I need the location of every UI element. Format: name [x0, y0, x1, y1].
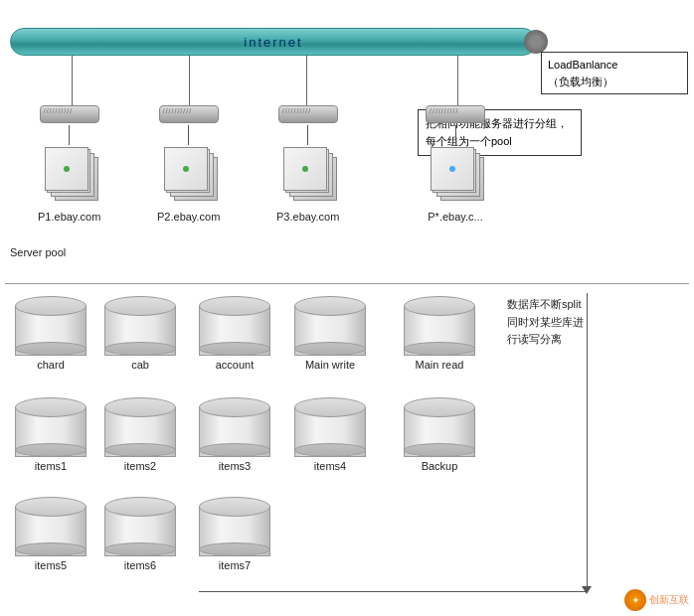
annotation-label: 数据库不断split同时对某些库进行读写分离	[507, 298, 584, 345]
annotation-text: 数据库不断split同时对某些库进行读写分离	[507, 296, 584, 349]
annotation-hline-bottom	[199, 591, 587, 592]
db-cylinder-items4	[294, 397, 366, 457]
server-label-pstar: P*.ebay.c...	[428, 211, 482, 223]
db-top	[404, 296, 475, 316]
server-label-p2: P2.ebay.com	[157, 211, 220, 223]
db-cylinder-mainwrite	[294, 296, 366, 356]
server-unit	[431, 147, 474, 191]
db-bottom-ellipse	[104, 342, 176, 356]
annotation-vline	[587, 293, 588, 591]
loadbalancer-label: LoadBanlance	[548, 59, 617, 71]
db-cylinder-items2	[104, 397, 176, 457]
db-label-mainread: Main read	[416, 359, 464, 371]
db-bottom-ellipse	[15, 443, 87, 457]
vline-pstar	[455, 125, 456, 145]
db-cylinder-items7	[199, 497, 270, 556]
db-bottom-ellipse	[199, 542, 270, 556]
switch-icon-p2	[159, 105, 219, 123]
db-label-items7: items7	[219, 559, 251, 571]
db-label-backup: Backup	[422, 460, 458, 472]
conn-line-pstar	[457, 56, 458, 105]
conn-line-p2	[189, 56, 190, 105]
db-group-items6: items6	[104, 497, 176, 571]
db-top	[104, 397, 176, 417]
internet-bar: internet	[10, 28, 537, 56]
conn-line-p1	[72, 56, 73, 105]
loadbalancer-subtitle: （负载均衡）	[548, 76, 613, 87]
loadbalancer-box: LoadBanlance （负载均衡）	[541, 52, 688, 94]
db-group-cab: cab	[104, 296, 176, 371]
internet-label: internet	[244, 35, 302, 50]
server-group-p1: P1.ebay.com	[38, 105, 100, 223]
db-bottom-ellipse	[104, 443, 176, 457]
db-top	[199, 397, 270, 417]
db-label-items3: items3	[219, 460, 251, 472]
server-group-p3: P3.ebay.com	[276, 105, 339, 223]
db-cylinder-chard	[15, 296, 87, 356]
server-stack-p2	[164, 147, 214, 207]
vline-p2	[188, 125, 189, 145]
db-cylinder-cab	[104, 296, 176, 356]
watermark: ✦ 创新互联	[624, 589, 689, 611]
db-label-cab: cab	[131, 359, 149, 371]
db-bottom-ellipse	[15, 542, 87, 556]
server-unit	[283, 147, 327, 191]
db-label-items6: items6	[124, 559, 156, 571]
db-group-account: account	[199, 296, 270, 371]
switch-icon-p1	[40, 105, 99, 123]
db-bottom-ellipse	[294, 443, 366, 457]
db-group-items1: items1	[15, 397, 87, 472]
server-group-pstar: P*.ebay.c...	[426, 105, 485, 223]
watermark-logo: ✦	[624, 589, 646, 611]
db-top	[199, 497, 270, 517]
server-stack-pstar	[431, 147, 480, 207]
db-cylinder-account	[199, 296, 270, 356]
server-stack-p3	[283, 147, 333, 207]
annotation-arrow	[582, 586, 592, 594]
db-top	[294, 296, 366, 316]
db-top	[104, 296, 176, 316]
db-group-mainread: Main read	[404, 296, 475, 371]
switch-icon-pstar	[426, 105, 485, 123]
db-bottom-ellipse	[104, 542, 176, 556]
db-label-items4: items4	[314, 460, 346, 472]
db-cylinder-items3	[199, 397, 270, 457]
db-label-items1: items1	[35, 460, 67, 472]
server-label-p1: P1.ebay.com	[38, 211, 100, 223]
db-cylinder-items6	[104, 497, 176, 556]
db-top	[15, 296, 87, 316]
db-group-mainwrite: Main write	[294, 296, 366, 371]
server-unit	[164, 147, 208, 191]
server-pool-label: Server pool	[10, 246, 66, 258]
watermark-logo-text: ✦	[632, 596, 639, 605]
db-label-items5: items5	[35, 559, 67, 571]
server-label-p3: P3.ebay.com	[276, 211, 339, 223]
db-bottom-ellipse	[294, 342, 366, 356]
db-bottom-ellipse	[404, 342, 475, 356]
db-group-items7: items7	[199, 497, 270, 571]
db-top	[404, 397, 475, 417]
db-cylinder-items1	[15, 397, 87, 457]
db-group-items4: items4	[294, 397, 366, 472]
server-stack-p1	[45, 147, 94, 207]
db-label-chard: chard	[37, 359, 65, 371]
db-group-items5: items5	[15, 497, 87, 571]
vline-p3	[307, 125, 308, 145]
server-unit	[45, 147, 88, 191]
db-group-items2: items2	[104, 397, 176, 472]
db-cylinder-mainread	[404, 296, 475, 356]
db-label-mainwrite: Main write	[305, 359, 355, 371]
db-group-backup: Backup	[404, 397, 475, 472]
db-top	[294, 397, 366, 417]
db-bottom-ellipse	[199, 443, 270, 457]
db-cylinder-backup	[404, 397, 475, 457]
server-group-p2: P2.ebay.com	[157, 105, 220, 223]
db-label-items2: items2	[124, 460, 156, 472]
conn-line-p3	[306, 56, 307, 105]
db-bottom-ellipse	[199, 342, 270, 356]
vline-p1	[69, 125, 70, 145]
db-top	[199, 296, 270, 316]
db-cylinder-items5	[15, 497, 87, 556]
db-group-chard: chard	[15, 296, 87, 371]
db-label-account: account	[216, 359, 255, 371]
